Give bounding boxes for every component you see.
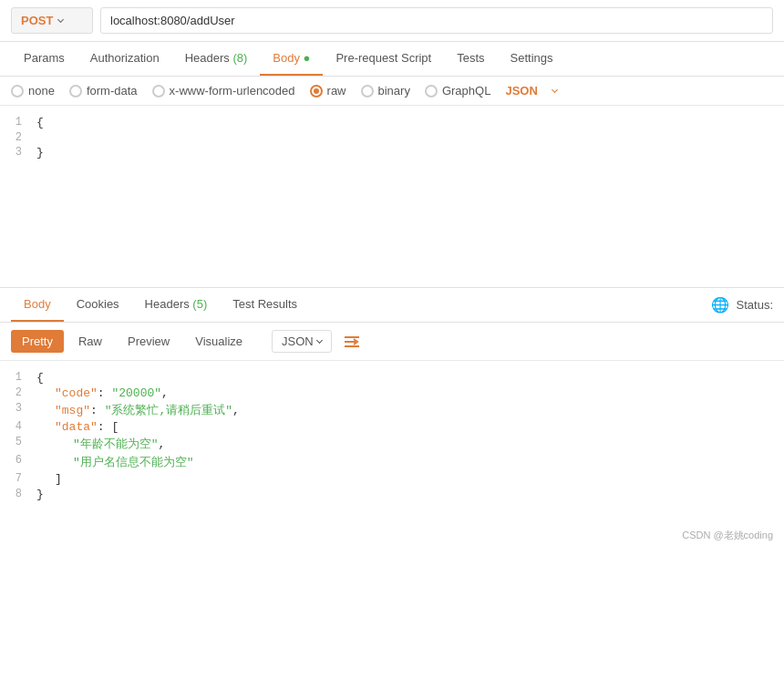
request-code-line: 1{	[0, 115, 784, 130]
code-part-key: "data"	[55, 420, 98, 434]
fmt-btn-preview[interactable]: Preview	[117, 330, 181, 353]
response-format-label: JSON	[282, 334, 314, 348]
code-part-punc: ,	[232, 404, 240, 417]
response-line-number: 1	[0, 371, 36, 384]
method-dropdown[interactable]: POST	[11, 7, 93, 34]
code-text: }	[36, 146, 44, 159]
code-part-str: "用户名信息不能为空"	[73, 456, 194, 469]
resp-tab-cookies[interactable]: Cookies	[64, 288, 132, 322]
resp-tab-headers[interactable]: Headers (5)	[132, 288, 221, 322]
body-options: noneform-datax-www-form-urlencodedrawbin…	[0, 77, 784, 106]
response-code-line: 5"年龄不能为空",	[0, 435, 784, 453]
req-tab-tests[interactable]: Tests	[444, 42, 497, 76]
response-code-line: 1{	[0, 370, 784, 386]
fmt-btn-visualize[interactable]: Visualize	[184, 330, 253, 353]
response-line-content: "用户名信息不能为空"	[36, 454, 194, 470]
request-tabs: ParamsAuthorizationHeaders (8)Body ●Pre-…	[0, 42, 784, 77]
body-option-urlencoded[interactable]: x-www-form-urlencoded	[152, 84, 295, 98]
code-text: {	[36, 116, 44, 129]
response-code-line: 6"用户名信息不能为空"	[0, 453, 784, 471]
code-part-str: "20000"	[111, 386, 161, 400]
url-bar: POST	[0, 0, 784, 42]
radio-label-urlencoded: x-www-form-urlencoded	[170, 84, 295, 98]
req-tab-prerequest[interactable]: Pre-request Script	[323, 42, 444, 76]
body-option-binary[interactable]: binary	[361, 84, 410, 98]
radio-label-raw: raw	[327, 84, 346, 98]
req-tab-settings[interactable]: Settings	[498, 42, 566, 76]
response-line-content: ]	[36, 472, 62, 486]
fmt-btn-raw[interactable]: Raw	[67, 330, 113, 353]
json-format-chevron-icon	[552, 87, 558, 93]
response-code-line: 3"msg": "系统繁忙,请稍后重试",	[0, 401, 784, 419]
code-part-punc: :	[90, 404, 105, 417]
code-part-punc: ]	[55, 472, 62, 486]
body-option-form-data[interactable]: form-data	[69, 84, 138, 98]
code-part-punc: ,	[159, 437, 166, 451]
response-line-number: 4	[0, 420, 36, 433]
radio-label-binary: binary	[378, 84, 410, 98]
response-code-line: 2"code": "20000",	[0, 386, 784, 401]
response-line-content: "data": [	[36, 420, 119, 434]
method-label: POST	[21, 14, 53, 27]
response-tabs-row: BodyCookiesHeaders (5)Test Results 🌐 Sta…	[0, 288, 784, 323]
request-code-line: 2	[0, 130, 784, 145]
response-line-content: "年龄不能为空",	[36, 436, 165, 452]
response-line-number: 3	[0, 402, 36, 415]
resp-tab-body[interactable]: Body	[11, 288, 64, 322]
req-tab-params[interactable]: Params	[11, 42, 77, 76]
json-format-label[interactable]: JSON	[505, 84, 537, 98]
method-chevron-icon	[57, 16, 64, 23]
response-line-number: 5	[0, 436, 36, 448]
url-input[interactable]	[100, 7, 773, 34]
code-part-punc: :	[98, 386, 112, 400]
code-part-punc: : [	[98, 420, 119, 434]
response-format-bar: PrettyRawPreviewVisualizeJSON	[0, 323, 784, 361]
response-line-content: }	[36, 488, 44, 501]
status-text: Status:	[737, 298, 773, 312]
req-tab-authorization[interactable]: Authorization	[77, 42, 172, 76]
code-part-key: "msg"	[55, 404, 90, 417]
code-part-punc: {	[36, 371, 44, 385]
radio-circle-urlencoded	[152, 85, 165, 98]
code-part-str: "系统繁忙,请稍后重试"	[105, 404, 232, 417]
radio-label-form-data: form-data	[87, 84, 138, 98]
body-option-raw[interactable]: raw	[310, 84, 346, 98]
request-body-editor[interactable]: 1{23}	[0, 106, 784, 288]
wrap-icon[interactable]	[343, 333, 361, 351]
response-line-content: "code": "20000",	[36, 386, 169, 400]
radio-label-graphql: GraphQL	[442, 84, 490, 98]
radio-circle-binary	[361, 85, 374, 98]
watermark: CSDN @老姚coding	[0, 525, 784, 546]
req-tab-headers[interactable]: Headers (8)	[172, 42, 261, 76]
fmt-btn-pretty[interactable]: Pretty	[11, 330, 64, 353]
radio-circle-graphql	[425, 85, 438, 98]
radio-label-none: none	[28, 84, 55, 98]
code-part-str: "年龄不能为空"	[73, 437, 159, 451]
response-format-chevron-icon	[316, 337, 323, 344]
response-line-number: 8	[0, 488, 36, 500]
line-number: 1	[0, 116, 36, 129]
response-line-number: 6	[0, 454, 36, 467]
body-option-graphql[interactable]: GraphQL	[425, 84, 490, 98]
globe-icon[interactable]: 🌐	[711, 296, 729, 314]
code-part-punc: ,	[161, 386, 169, 400]
radio-circle-form-data	[69, 85, 82, 98]
body-option-none[interactable]: none	[11, 84, 55, 98]
response-line-number: 2	[0, 386, 36, 399]
radio-circle-none	[11, 85, 24, 98]
code-part-punc: }	[36, 488, 44, 501]
response-code-line: 7]	[0, 471, 784, 487]
response-section: BodyCookiesHeaders (5)Test Results 🌐 Sta…	[0, 288, 784, 525]
resp-tab-testresults[interactable]: Test Results	[220, 288, 310, 322]
radio-circle-raw	[310, 85, 323, 98]
response-body: 1{2"code": "20000",3"msg": "系统繁忙,请稍后重试",…	[0, 361, 784, 525]
response-line-number: 7	[0, 472, 36, 485]
line-number: 2	[0, 131, 36, 144]
response-code-line: 8}	[0, 487, 784, 502]
request-code-line: 3}	[0, 145, 784, 160]
req-tab-body[interactable]: Body ●	[260, 42, 323, 76]
response-format-dropdown[interactable]: JSON	[272, 330, 332, 353]
response-line-content: "msg": "系统繁忙,请稍后重试",	[36, 402, 240, 418]
response-line-content: {	[36, 371, 44, 385]
response-code-line: 4"data": [	[0, 419, 784, 435]
